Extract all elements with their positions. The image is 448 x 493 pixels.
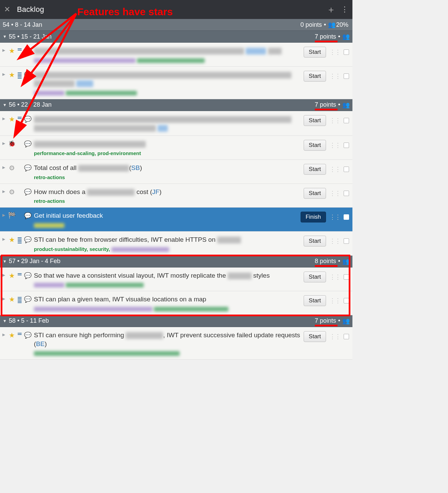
estimate-icon [18,211,22,213]
bug-icon: 🐞 [8,139,16,147]
iteration-header-54[interactable]: 54 • 8 - 14 Jan 0 points • 👥20% [0,19,352,31]
drag-handle-icon[interactable]: ⋮⋮ [329,297,340,304]
select-checkbox[interactable] [344,334,349,339]
comment-icon[interactable]: 💬 [24,271,32,279]
estimate-icon [18,139,22,142]
start-button[interactable]: Start [304,115,326,126]
expand-icon[interactable]: ▶ [1,46,6,52]
close-icon[interactable]: ✕ [4,5,10,14]
iteration-header-57[interactable]: ▼ 57 • 29 Jan - 4 Feb 8 points • 👥 [0,256,352,267]
start-button[interactable]: Start [304,164,326,175]
select-checkbox[interactable] [344,73,349,79]
select-checkbox[interactable] [344,143,349,148]
start-button[interactable]: Start [304,236,326,246]
story-row[interactable]: ▶ ⚙ 💬 How much does a cost (JF) retro-ac… [0,184,352,208]
estimate-icon [18,271,22,275]
start-button[interactable]: Start [304,295,326,306]
estimate-icon [18,70,22,79]
drag-handle-icon[interactable]: ⋮⋮ [329,273,340,281]
story-labels [34,222,299,228]
comment-icon[interactable]: 💬 [24,46,32,55]
select-checkbox[interactable] [344,238,349,244]
drag-handle-icon[interactable]: ⋮⋮ [329,237,340,245]
drag-handle-icon[interactable]: ⋮⋮ [329,333,340,340]
comment-icon[interactable]: 💬 [24,295,32,303]
drag-handle-icon[interactable]: ⋮⋮ [329,190,340,197]
expand-icon[interactable]: ▶ [1,163,6,170]
comment-icon[interactable]: 💬 [24,211,32,219]
story-row[interactable]: ▶ ★ 💬 Start ⋮⋮ [0,43,352,67]
story-row[interactable]: ▶ ★ 💬 STI can ensure high performing , I… [0,327,352,360]
expand-icon[interactable]: ▶ [1,235,6,241]
select-checkbox[interactable] [344,118,349,123]
estimate-icon [18,235,22,243]
add-story-button[interactable]: ＋ [327,4,335,16]
drag-handle-icon[interactable]: ⋮⋮ [329,213,340,221]
story-row[interactable]: ▶ ★ 💬 So that we have a consistent visua… [0,267,352,292]
expand-icon[interactable]: ▶ [1,187,6,194]
comment-icon[interactable]: 💬 [24,163,32,172]
iteration-label: 57 • 29 Jan - 4 Feb [9,258,315,265]
comment-icon[interactable]: 💬 [24,187,32,196]
finish-button[interactable]: Finish [301,212,326,222]
expand-icon[interactable]: ▶ [1,139,6,146]
story-row[interactable]: ▶ ★ 💬 Start ⋮⋮ [0,111,352,136]
star-icon: ★ [8,271,16,280]
comment-icon[interactable]: 💬 [24,139,32,148]
story-row[interactable]: ▶ ⚙ 💬 Total cost of all (SB) retro-actio… [0,160,352,184]
iteration-label: 55 • 15 - 21 Jan [9,33,315,40]
iteration-label: 58 • 5 - 11 Feb [9,317,315,324]
expand-icon[interactable]: ▶ [1,211,6,217]
story-labels: retro-actions [34,198,302,204]
iteration-header-55[interactable]: ▼ 55 • 15 - 21 Jan 7 points • 👥 [0,31,352,43]
drag-handle-icon[interactable]: ⋮⋮ [329,48,340,56]
select-checkbox[interactable] [344,191,349,196]
select-checkbox[interactable] [344,274,349,280]
people-icon: 👥 [342,258,348,265]
comment-icon[interactable]: 💬 [24,114,32,123]
expand-icon[interactable]: ▶ [1,295,6,301]
drag-handle-icon[interactable]: ⋮⋮ [329,142,340,149]
story-title: STI can be free from browser difficultie… [34,235,302,244]
iteration-header-58[interactable]: ▼ 58 • 5 - 11 Feb 7 points • 👥 [0,315,352,327]
gear-icon: ⚙ [8,187,16,196]
start-button[interactable]: Start [304,71,326,82]
select-checkbox[interactable] [344,298,349,303]
start-button[interactable]: Start [304,331,326,342]
drag-handle-icon[interactable]: ⋮⋮ [329,72,340,80]
people-icon: 👥 [342,317,348,325]
select-checkbox[interactable] [344,49,349,55]
expand-icon[interactable]: ▶ [1,114,6,121]
kebab-menu-icon[interactable]: ⋮ [341,5,348,14]
comment-icon[interactable]: 💬 [24,330,32,339]
story-labels: product-sustainability, security, [34,246,302,252]
start-button[interactable]: Start [304,188,326,199]
start-button[interactable]: Start [304,272,326,282]
expand-icon[interactable]: ▶ [1,271,6,277]
estimate-icon [18,46,22,50]
drag-handle-icon[interactable]: ⋮⋮ [329,117,340,124]
start-button[interactable]: Start [304,140,326,151]
story-labels [34,306,302,312]
comment-icon[interactable]: 💬 [24,235,32,243]
story-row[interactable]: ▶ ★ 💬 Start ⋮⋮ [0,67,352,99]
select-checkbox[interactable] [344,167,349,172]
expand-icon[interactable]: ▶ [1,330,6,337]
start-button[interactable]: Start [304,47,326,58]
story-row-release[interactable]: ▶ 🏁 💬 Get initial user feedback Finish ⋮… [0,208,352,232]
story-row[interactable]: ▶ ★ 💬 STI can be free from browser diffi… [0,232,352,256]
story-labels: performance-and-scaling, prod-environmen… [34,150,302,156]
star-icon: ★ [8,114,16,123]
story-title: Total cost of all (SB) [34,164,302,172]
estimate-icon [18,114,22,119]
star-icon: ★ [8,330,16,339]
select-checkbox[interactable] [344,214,349,220]
drag-handle-icon[interactable]: ⋮⋮ [329,166,340,173]
topbar: ✕ Backlog ＋ ⋮ [0,0,352,19]
expand-icon[interactable]: ▶ [1,70,6,77]
iteration-header-56[interactable]: ▼ 56 • 22 - 28 Jan 7 points • 👥 [0,99,352,111]
comment-icon[interactable]: 💬 [24,70,32,79]
story-row[interactable]: ▶ ★ 💬 STI can plan a given team, IWT vis… [0,291,352,315]
chevron-down-icon: ▼ [3,34,7,39]
story-row[interactable]: ▶ 🐞 💬 performance-and-scaling, prod-envi… [0,136,352,160]
